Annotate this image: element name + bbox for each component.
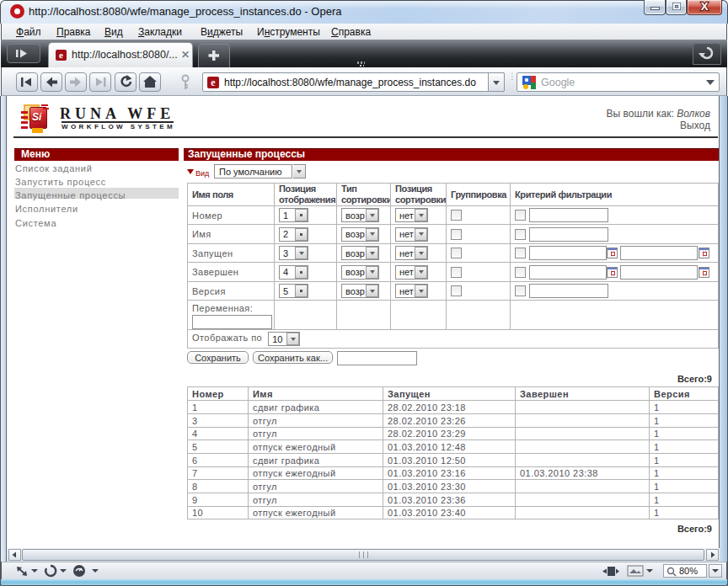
svg-text:X: X [701,0,709,12]
